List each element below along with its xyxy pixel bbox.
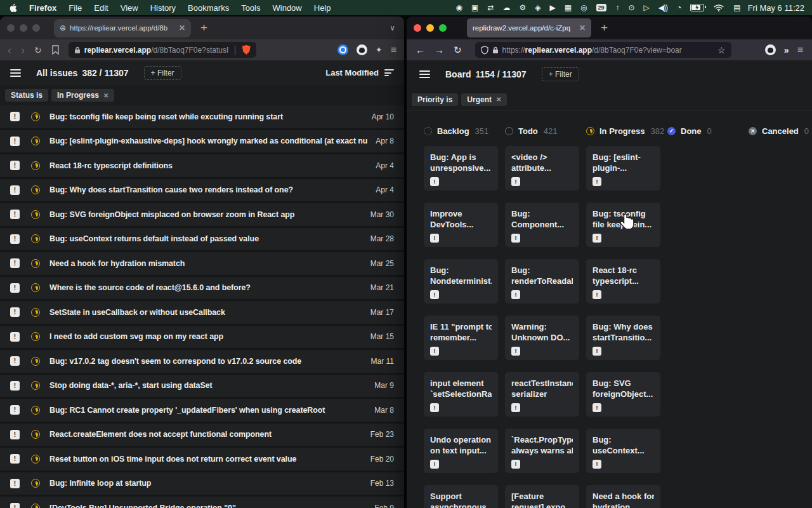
issue-row[interactable]: !SetState in useCallback or without useC… <box>0 301 404 326</box>
bookmark-icon[interactable] <box>51 45 60 55</box>
wifi-icon[interactable] <box>714 4 724 11</box>
camera-icon[interactable]: ▣ <box>471 4 478 11</box>
menu-item-file[interactable]: File <box>69 3 82 13</box>
board-card[interactable]: Undo operationon text input...! <box>424 429 498 473</box>
minimize-window-button[interactable] <box>426 24 434 32</box>
issue-row[interactable]: !Bug: Infinite loop at startupFeb 13 <box>0 472 404 497</box>
board-card[interactable]: [Featurerequest] expo...! <box>505 485 579 508</box>
issue-row[interactable]: !Bug: tsconfig file keep being reset whi… <box>0 105 404 130</box>
onepassword-extension-icon[interactable] <box>337 44 348 55</box>
issue-row[interactable]: !Stop doing data-*, aria-*, start using … <box>0 375 404 399</box>
board-card[interactable]: Bug: [eslint-plugin-...! <box>586 146 660 190</box>
filter-value-chip[interactable]: In Progress ✕ <box>51 89 114 102</box>
minimize-window-button[interactable] <box>20 24 27 32</box>
tab-list-chevron-icon[interactable]: ∨ <box>390 23 395 32</box>
menu-item-bookmarks[interactable]: Bookmarks <box>188 3 229 13</box>
board-card[interactable]: <video />attribute...! <box>505 146 579 190</box>
board-card[interactable]: Bug:renderToReadab! <box>505 259 579 304</box>
board-card[interactable]: Bug:Nondeterminist.! <box>424 259 498 304</box>
menu-bar-clock[interactable]: Fri May 6 11:22 <box>748 3 812 13</box>
issue-row[interactable]: !I need to add custom svg map on my reac… <box>0 326 404 351</box>
menu-item-window[interactable]: Window <box>273 3 302 13</box>
add-filter-button[interactable]: + Filter <box>144 66 181 80</box>
brave-shield-icon[interactable] <box>242 45 251 55</box>
battery-charging-icon[interactable] <box>690 4 704 11</box>
board-card[interactable]: Bug: App isunresponsive...! <box>424 146 498 190</box>
add-filter-button[interactable]: + Filter <box>542 67 579 81</box>
back-button[interactable]: ← <box>416 45 425 55</box>
browser-tab[interactable]: replidraw2.vercel.app/d/c-iZpq ✕ <box>467 18 591 37</box>
alarm-icon[interactable]: ◔ <box>677 4 681 11</box>
board-card[interactable]: Bug:Component...! <box>505 203 579 247</box>
power-icon[interactable]: ⊙ <box>629 4 634 11</box>
board-card[interactable]: React 18-rctypescript...! <box>586 259 660 304</box>
issue-row[interactable]: !Where is the source code of react@15.6.… <box>0 277 404 302</box>
bookmark-star-icon[interactable]: ☆ <box>717 45 726 55</box>
app-menu-icon[interactable] <box>10 69 21 77</box>
board-card[interactable]: Warning:Unknown DO...! <box>505 316 579 360</box>
close-tab-icon[interactable]: ✕ <box>179 23 185 32</box>
reload-button[interactable]: ↻ <box>34 46 42 55</box>
volume-icon[interactable]: ◀)) <box>658 4 667 11</box>
menu-item-help[interactable]: Help <box>314 3 331 13</box>
forward-button[interactable]: → <box>435 45 444 55</box>
issue-row[interactable]: !Bug: RC1 Cannot create property '_updat… <box>0 399 404 424</box>
play-circle-icon[interactable]: ▷ <box>644 4 649 11</box>
overflow-menu-icon[interactable]: » <box>784 45 789 55</box>
sort-order-icon[interactable] <box>384 69 394 76</box>
sort-label[interactable]: Last Modified <box>325 68 379 77</box>
menu-item-history[interactable]: History <box>150 3 176 13</box>
issue-row[interactable]: !Bug: [eslint-plugin-exhaustive-deps] ho… <box>0 130 404 155</box>
zoom-window-button[interactable] <box>32 24 40 32</box>
forward-button[interactable]: › <box>21 44 25 56</box>
screen-record-icon[interactable]: ◉ <box>456 4 462 11</box>
close-window-button[interactable] <box>414 24 421 32</box>
remove-filter-icon[interactable]: ✕ <box>496 96 501 103</box>
board-card[interactable]: IE 11 "prompt toremember...! <box>424 316 498 360</box>
play-app-icon[interactable]: ▶ <box>549 4 554 11</box>
filter-value-chip[interactable]: Urgent ✕ <box>461 93 507 106</box>
menu-app-name[interactable]: Firefox <box>29 3 56 13</box>
board-card[interactable]: input element`setSelectionRa! <box>424 372 498 417</box>
menu-item-edit[interactable]: Edit <box>94 3 108 13</box>
new-tab-button[interactable]: + <box>200 21 207 35</box>
issue-row[interactable]: !Reset button on iOS time input does not… <box>0 448 404 472</box>
new-tab-button[interactable]: + <box>601 21 608 35</box>
back-button[interactable]: ‹ <box>8 44 11 56</box>
board-card[interactable]: Bug: tsconfigfile keep bein...! <box>586 203 660 247</box>
issue-row[interactable]: !Bug: SVG foreignObject misplaced on bro… <box>0 203 404 228</box>
calendar-icon[interactable]: 29 <box>596 4 606 12</box>
board-card[interactable]: Bug: Why doesstartTransitio...! <box>586 316 660 360</box>
issue-row[interactable]: !Bug: useContext returns default instead… <box>0 228 404 253</box>
close-tab-icon[interactable]: ✕ <box>579 23 586 32</box>
zoom-window-button[interactable] <box>439 24 447 32</box>
browser-menu-icon[interactable]: ≡ <box>391 44 396 56</box>
browser-tab[interactable]: ⊕ https://repliear.vercel.app/d/8b ✕ <box>54 19 191 37</box>
issue-row[interactable]: !Bug: Why does startTransition cause two… <box>0 179 404 204</box>
issue-row[interactable]: !React 18-rc typescript definitionsApr 4 <box>0 154 404 179</box>
extensions-icon[interactable]: ✦ <box>376 45 383 55</box>
docker-icon[interactable]: ⚙ <box>519 4 525 11</box>
window-manager-icon[interactable]: ▦ <box>565 4 571 11</box>
apple-menu-icon[interactable] <box>9 3 17 13</box>
cloud-icon[interactable]: ☁ <box>502 4 509 11</box>
url-bar[interactable]: https://repliear.vercel.app/d/8bTaoq7F0e… <box>475 42 731 58</box>
issue-row[interactable]: !React.createElement does not accept fun… <box>0 424 404 448</box>
board-card[interactable]: Bug: SVGforeignObject...! <box>586 372 660 417</box>
app-menu-icon[interactable] <box>419 70 430 78</box>
tracking-protection-shield-icon[interactable] <box>481 46 488 55</box>
dropbox-icon[interactable]: ◈ <box>535 4 540 11</box>
remove-filter-icon[interactable]: ✕ <box>103 92 108 99</box>
onepassword-icon[interactable]: ◎ <box>580 4 586 11</box>
issue-row[interactable]: !Bug: v17.0.2 tag doesn't seem to corres… <box>0 350 404 375</box>
user-switch-icon[interactable]: ▤ <box>733 4 740 11</box>
url-bar[interactable]: repliear.vercel.app/d/8bTaoq7F0e?statusF… <box>69 42 256 58</box>
board-card[interactable]: ImproveDevTools...! <box>424 203 498 247</box>
browser-menu-icon[interactable]: ≡ <box>797 44 803 56</box>
sync-icon[interactable]: ⇄ <box>487 4 493 11</box>
menu-item-view[interactable]: View <box>121 3 138 13</box>
github-extension-icon[interactable] <box>357 44 367 55</box>
board-card[interactable]: Bug:useContext...! <box>586 429 660 473</box>
menu-item-tools[interactable]: Tools <box>241 3 260 13</box>
board-card[interactable]: Supportasynchronous...! <box>424 485 498 508</box>
